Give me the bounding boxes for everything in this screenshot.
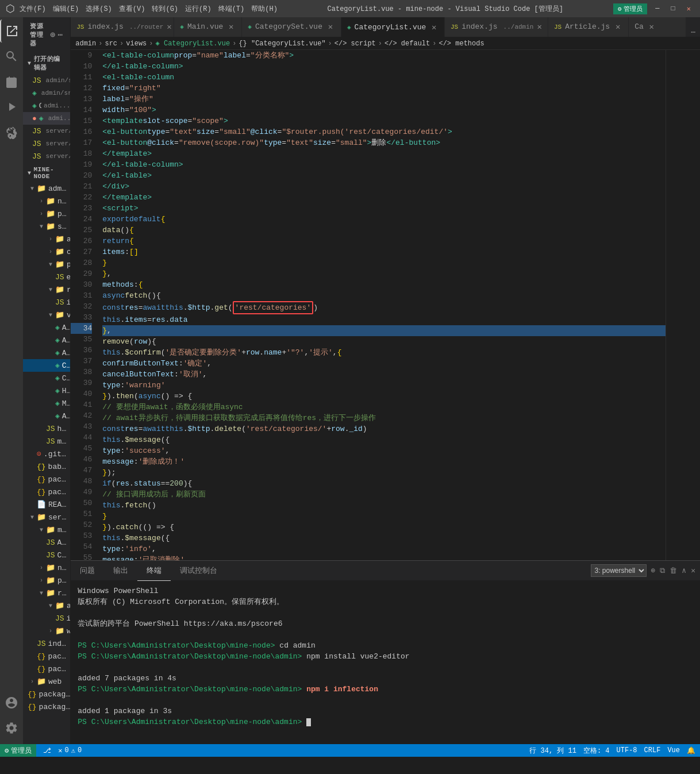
sidebar-actions[interactable]: ⊕ ⋯: [50, 30, 63, 40]
breadcrumb-src[interactable]: src: [105, 40, 117, 48]
status-line-ending[interactable]: CRLF: [644, 746, 661, 754]
menu-edit[interactable]: 编辑(E): [53, 4, 79, 14]
menu-view[interactable]: 查看(V): [119, 4, 145, 14]
activity-extensions[interactable]: [0, 121, 23, 144]
tree-server-index[interactable]: JS index.js: [23, 637, 70, 650]
tree-categoryset-vue[interactable]: ◈ CategorySet.vue: [23, 372, 70, 384]
close-panel-icon[interactable]: ✕: [691, 566, 695, 575]
activity-settings[interactable]: [0, 717, 23, 740]
tree-articlelist-vue[interactable]: ◈ ArticleList.vue: [23, 334, 70, 346]
tree-categorylist-vue[interactable]: ◈ CategoryList.vue: [23, 359, 70, 372]
tree-articleset-vue[interactable]: ◈ ArticleSet.vue: [23, 346, 70, 359]
tab-close-button[interactable]: ✕: [537, 22, 542, 32]
status-spaces[interactable]: 空格: 4: [583, 746, 610, 756]
tabs-overflow-button[interactable]: ⋯: [686, 28, 700, 37]
terminal-dropdown[interactable]: 3: powershell: [591, 564, 647, 577]
tree-assets[interactable]: › 📁 assets: [23, 233, 70, 245]
terminal-tab-output[interactable]: 输出: [104, 561, 137, 581]
tree-routes-admin-index[interactable]: JS index.js: [23, 612, 70, 625]
menu-terminal[interactable]: 终端(T): [218, 4, 245, 14]
status-remote[interactable]: ⚙ 管理员: [0, 744, 36, 757]
tab-categoryset[interactable]: ◈ CategorySet.vue ✕: [242, 17, 341, 37]
terminal-tab-debug[interactable]: 调试控制台: [171, 561, 226, 581]
tab-ca[interactable]: Ca ✕: [629, 17, 686, 37]
new-file-icon[interactable]: ⊕: [50, 30, 55, 40]
breadcrumb-file[interactable]: ◈ CategoryList.vue: [156, 39, 230, 48]
menu-select[interactable]: 选择(S): [86, 4, 112, 14]
chevron-up-icon[interactable]: ∧: [682, 566, 686, 575]
breadcrumb-obj[interactable]: {} "CategoryList.vue": [239, 40, 325, 48]
menu-help[interactable]: 帮助(H): [251, 4, 278, 14]
tree-routes-admin[interactable]: ▼ 📁 admin: [23, 599, 70, 612]
menu-bar[interactable]: 文件(F) 编辑(E) 选择(S) 查看(V) 转到(G) 运行(R) 终端(T…: [20, 4, 278, 14]
terminal-tab-actions[interactable]: 3: powershell ⊕ ⧉ 🗑 ∧ ✕: [591, 564, 700, 577]
tree-routes[interactable]: ▼ 📁 routes: [23, 587, 70, 599]
status-language[interactable]: Vue: [667, 746, 680, 754]
open-file-categorylist[interactable]: ● ◈ CategoryList.vue admi...: [23, 112, 70, 125]
tree-admin-folder[interactable]: ▼ 📁 admin: [23, 182, 70, 195]
tree-components[interactable]: › 📁 components: [23, 245, 70, 258]
tree-views[interactable]: ▼ 📁 views: [23, 309, 70, 321]
terminal-tab-problems[interactable]: 问题: [71, 561, 104, 581]
menu-goto[interactable]: 转到(G): [152, 4, 178, 14]
tree-package-lock[interactable]: {} package-lock.json: [23, 473, 70, 486]
minimize-button[interactable]: ─: [652, 5, 663, 13]
status-branch[interactable]: ⎇: [43, 746, 51, 755]
tree-router-index[interactable]: JS index.js: [23, 296, 70, 309]
open-file-index-router[interactable]: JS index.js admin/src/router: [23, 74, 70, 87]
tree-server-folder[interactable]: ▼ 📁 server: [23, 511, 70, 523]
tree-main-vue[interactable]: ◈ Main.vue: [23, 397, 70, 410]
title-bar-controls[interactable]: ⚙ 管理员 ─ □ ✕: [613, 3, 694, 14]
tree-readme[interactable]: 📄 README.md: [23, 498, 70, 511]
tree-http-js[interactable]: JS http.js: [23, 422, 70, 435]
open-file-categoryset[interactable]: ◈ CategorySet.vue admi...: [23, 99, 70, 112]
tree-home-vue[interactable]: ◈ Home.vue: [23, 384, 70, 397]
code-content[interactable]: <el-table-column prop="name" label="分类名称…: [97, 50, 666, 560]
tab-close-button[interactable]: ✕: [429, 22, 439, 32]
tab-article-js[interactable]: JS Article.js ✕: [548, 17, 629, 37]
split-terminal-icon[interactable]: ⧉: [660, 567, 665, 575]
tree-src[interactable]: ▼ 📁 src: [23, 220, 70, 233]
tree-server-package-lock[interactable]: {} package-lock.json: [23, 650, 70, 663]
open-file-main-vue[interactable]: ◈ Main.vue admin/src/vi...: [23, 87, 70, 99]
project-header[interactable]: ▼ MINE-NODE: [23, 164, 70, 182]
activity-run[interactable]: [0, 95, 23, 118]
menu-file[interactable]: 文件(F): [20, 4, 46, 14]
tree-package[interactable]: {} package.json: [23, 486, 70, 498]
tree-server-plugins[interactable]: › 📁 plugins: [23, 574, 70, 587]
tab-index-admin[interactable]: JS index.js ../admin ✕: [445, 17, 548, 37]
tree-root-package[interactable]: {} package.json: [23, 700, 70, 713]
code-editor[interactable]: 910111213 1415161718 1920212223 24252627…: [71, 50, 666, 560]
status-errors[interactable]: ✕ 0 ⚠ 0: [58, 746, 82, 755]
tree-routes-web[interactable]: › 📁 web: [23, 625, 70, 637]
open-file-category[interactable]: JS Category.js server/mo...: [23, 150, 70, 163]
tree-root-web[interactable]: › 📁 web: [23, 675, 70, 688]
breadcrumb-views[interactable]: views: [126, 40, 147, 48]
breadcrumb-admin[interactable]: admin: [75, 40, 96, 48]
activity-explorer[interactable]: [0, 20, 23, 43]
tree-server-package[interactable]: {} package.json: [23, 663, 70, 675]
activity-account[interactable]: [0, 691, 23, 714]
add-terminal-icon[interactable]: ⊕: [651, 566, 656, 575]
tree-element-js[interactable]: JS element.js: [23, 271, 70, 283]
open-file-index-admin[interactable]: JS index.js server/routes/a...: [23, 125, 70, 137]
status-notifications[interactable]: 🔔: [687, 746, 695, 755]
activity-search[interactable]: [0, 45, 23, 68]
tab-close-button[interactable]: ✕: [647, 22, 656, 32]
tab-close-button[interactable]: ✕: [326, 22, 335, 32]
breadcrumb-methods[interactable]: </> methods: [439, 40, 484, 48]
tab-main-vue[interactable]: ◈ Main.vue ✕: [174, 17, 242, 37]
status-position[interactable]: 行 34, 列 11: [529, 746, 576, 756]
tab-index-router[interactable]: JS index.js ../router ✕: [71, 17, 174, 37]
terminal-content[interactable]: Windows PowerShell 版权所有 (C) Microsoft Co…: [71, 581, 700, 744]
open-editors-header[interactable]: ▼ 打开的编辑器: [23, 52, 70, 74]
terminal-tab-terminal[interactable]: 终端: [137, 561, 171, 581]
maximize-button[interactable]: □: [668, 5, 679, 13]
remote-badge[interactable]: ⚙ 管理员: [613, 3, 648, 14]
tab-close-button[interactable]: ✕: [226, 22, 236, 32]
tree-server-node-modules[interactable]: › 📁 node_modules: [23, 561, 70, 574]
tree-node-modules[interactable]: › 📁 node_modules: [23, 195, 70, 207]
menu-run[interactable]: 运行(R): [185, 4, 211, 14]
breadcrumb-script[interactable]: </> script: [334, 40, 376, 48]
tree-gitignore[interactable]: ⊙ .gitignore: [23, 448, 70, 460]
